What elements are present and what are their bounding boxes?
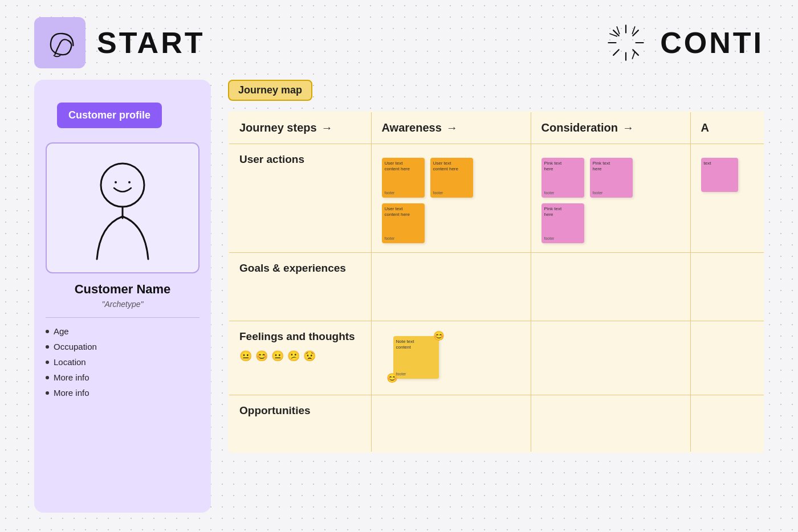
journey-map-badge: Journey map (228, 80, 312, 101)
emoji-face-right: 😊 (433, 330, 445, 341)
svg-line-11 (633, 27, 635, 34)
emoji-1: 😐 (239, 350, 252, 362)
table-row-user-actions: User actions User textcontent here foote… (229, 144, 764, 253)
cell-awareness-feelings: Note textcontent footer 😊 😊 (371, 321, 531, 395)
cell-consideration-goals (531, 253, 690, 321)
svg-point-12 (101, 163, 144, 207)
table-row-feelings: Feelings and thoughts 😐 😊 😐 😕 😟 (229, 321, 764, 395)
emoji-scale: 😐 😊 😐 😕 😟 (239, 350, 361, 362)
note-text: Note textcontent (396, 339, 436, 351)
cell-action-user-actions: text (690, 144, 764, 253)
cell-consideration-feelings (531, 321, 690, 395)
burst-icon (603, 20, 649, 66)
col-header-awareness: Awareness → (371, 112, 531, 144)
table-row-opportunities: Opportunities (229, 395, 764, 452)
note-text: text (704, 161, 735, 166)
table-row-goals: Goals & experiences (229, 253, 764, 321)
avatar-container (46, 142, 199, 273)
col-header-steps: Journey steps → (229, 112, 371, 144)
arrow-icon: → (622, 121, 634, 134)
journey-map-container: Journey map Journey steps → (228, 80, 764, 532)
note-footer: footer (544, 191, 555, 195)
svg-line-8 (617, 27, 619, 34)
cell-awareness-goals (371, 253, 531, 321)
sticky-note[interactable]: User textcontent here footer (430, 158, 473, 198)
cell-steps-goals: Goals & experiences (229, 253, 371, 321)
person-avatar (80, 151, 165, 265)
note-text: Pink texthere (544, 161, 581, 173)
list-item-more1: More info (46, 373, 199, 382)
svg-line-7 (613, 50, 619, 55)
list-item-more2: More info (46, 388, 199, 398)
col-header-consideration: Consideration → (531, 112, 690, 144)
arrow-icon: → (321, 121, 333, 134)
start-section: START (34, 17, 205, 68)
continue-title: CONTI (660, 26, 764, 60)
list-item-age: Age (46, 326, 199, 336)
svg-line-10 (610, 34, 617, 36)
list-item-location: Location (46, 357, 199, 367)
note-text: Pink texthere (593, 161, 630, 173)
profile-divider (46, 317, 199, 318)
header: START (0, 0, 798, 80)
journey-table: Journey steps → Awareness → (228, 111, 764, 453)
sticky-note[interactable]: Pink texthere footer (590, 158, 633, 198)
note-footer: footer (593, 191, 603, 195)
bullet-icon (46, 361, 49, 364)
cell-awareness-user-actions: User textcontent here footer User textco… (371, 144, 531, 253)
note-footer: footer (385, 236, 395, 240)
cell-awareness-opportunities (371, 395, 531, 452)
cell-action-opportunities (690, 395, 764, 452)
note-footer: footer (385, 191, 395, 195)
customer-profile-panel: Customer profile Custom (34, 80, 211, 513)
emoji-3: 😐 (271, 350, 284, 362)
cell-steps-feelings: Feelings and thoughts 😐 😊 😐 😕 😟 (229, 321, 371, 395)
journey-table-wrapper[interactable]: Journey steps → Awareness → (228, 111, 764, 453)
bullet-icon (46, 345, 49, 349)
profile-header-label: Customer profile (68, 109, 150, 121)
main-content: Customer profile Custom (0, 80, 798, 532)
start-icon-box (34, 17, 85, 68)
cell-steps-opportunities: Opportunities (229, 395, 371, 452)
note-text: User textcontent here (433, 161, 470, 173)
continue-section: CONTI (603, 20, 764, 66)
profile-list: Age Occupation Location More info More i… (34, 326, 211, 398)
svg-line-9 (633, 52, 635, 59)
sticky-note[interactable]: User textcontent here footer (382, 203, 425, 243)
emoji-2: 😊 (255, 350, 268, 362)
bullet-icon (46, 330, 49, 333)
emoji-face-left: 😊 (386, 373, 398, 383)
emoji-5: 😟 (303, 350, 316, 362)
cell-action-feelings (690, 321, 764, 395)
sticky-note[interactable]: Pink texthere footer (542, 158, 584, 198)
bullet-icon (46, 376, 49, 379)
cell-action-goals (690, 253, 764, 321)
sticky-note[interactable]: text (701, 158, 738, 192)
arrow-icon: → (446, 121, 458, 134)
start-title: START (97, 26, 205, 60)
note-text: User textcontent here (385, 161, 422, 173)
cell-steps-user-actions: User actions (229, 144, 371, 253)
sticky-note[interactable]: User textcontent here footer (382, 158, 425, 198)
table-header-row: Journey steps → Awareness → (229, 112, 764, 144)
customer-name: Customer Name (46, 282, 199, 297)
note-footer: footer (544, 236, 555, 240)
journey-map-label: Journey map (238, 84, 302, 96)
profile-header-badge: Customer profile (57, 103, 162, 128)
emoji-4: 😕 (287, 350, 300, 362)
cell-consideration-user-actions: Pink texthere footer Pink texthere foote… (531, 144, 690, 253)
svg-point-14 (128, 181, 131, 183)
list-item-occupation: Occupation (46, 342, 199, 351)
note-text: Pink texthere (544, 206, 581, 218)
svg-point-13 (115, 181, 117, 183)
sticky-note-feelings[interactable]: Note textcontent footer (393, 336, 439, 379)
note-text: User textcontent here (385, 206, 422, 218)
bullet-icon (46, 391, 49, 395)
col-header-action: A (690, 112, 764, 144)
sticky-notes-awareness: User textcontent here footer User textco… (382, 153, 520, 243)
sticky-notes-consideration: Pink texthere footer Pink texthere foote… (542, 153, 680, 243)
sticky-note[interactable]: Pink texthere footer (542, 203, 584, 243)
customer-archetype: "Archetype" (34, 300, 211, 309)
cell-consideration-opportunities (531, 395, 690, 452)
note-footer: footer (433, 191, 443, 195)
